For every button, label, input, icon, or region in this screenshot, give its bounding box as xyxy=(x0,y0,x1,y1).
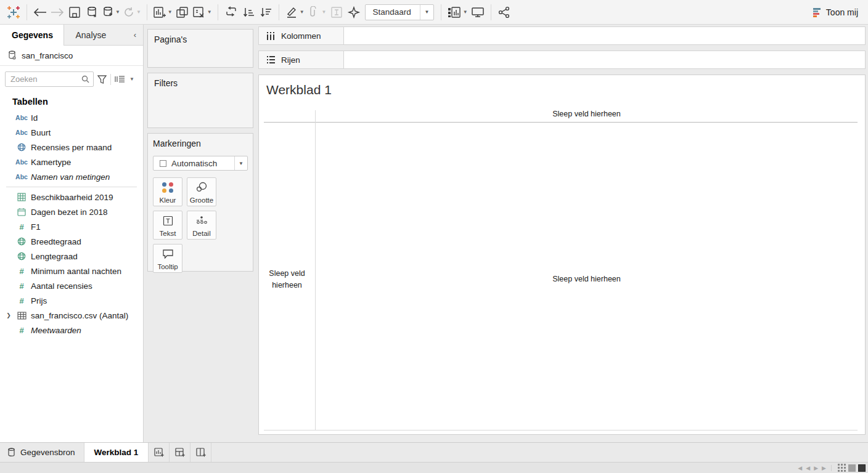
pages-card[interactable]: Pagina's xyxy=(147,29,253,68)
new-story-button[interactable] xyxy=(190,443,211,462)
field-row[interactable]: #Minimum aantal nachten xyxy=(0,264,143,278)
refresh-icon[interactable]: ▼ xyxy=(121,3,142,22)
add-datasource-icon[interactable] xyxy=(83,3,100,22)
tables-section-title: Tabellen xyxy=(0,91,143,109)
field-label: Namen van metingen xyxy=(31,172,110,182)
chevron-down-icon[interactable]: ▼ xyxy=(115,9,120,15)
first-sheet-icon[interactable]: ◀ xyxy=(798,465,802,471)
chevron-down-icon[interactable]: ▼ xyxy=(300,9,305,15)
sort-descending-icon[interactable] xyxy=(257,3,274,22)
sort-ascending-icon[interactable] xyxy=(240,3,257,22)
previous-sheet-icon[interactable]: ◀ xyxy=(806,465,810,471)
share-icon[interactable] xyxy=(496,3,513,22)
drop-zone-columns[interactable]: Sleep veld hierheen xyxy=(316,110,858,118)
tabs-view-icon[interactable] xyxy=(858,464,866,472)
field-label: Minimum aantal nachten xyxy=(31,267,121,276)
duplicate-sheet-icon[interactable] xyxy=(174,3,191,22)
field-list: AbcIdAbcBuurtRecensies per maandAbcKamer… xyxy=(0,109,143,442)
redo-icon[interactable] xyxy=(49,3,66,22)
tooltip-mark-button[interactable]: Tooltip xyxy=(153,244,182,273)
columns-shelf-droparea[interactable] xyxy=(344,26,866,45)
view-options-icon[interactable] xyxy=(115,75,125,83)
group-members-icon[interactable]: ▼ xyxy=(306,3,328,22)
fit-select[interactable]: Standaard ▼ xyxy=(365,4,434,20)
field-row[interactable]: Recensies per maand xyxy=(0,140,143,155)
next-sheet-icon[interactable]: ▶ xyxy=(814,465,818,471)
tab-gegevens[interactable]: Gegevens xyxy=(0,25,63,46)
filmstrip-view-icon[interactable] xyxy=(848,464,856,472)
field-row[interactable]: ❯san_francisco.csv (Aantal) xyxy=(0,308,143,323)
toolbar-separator xyxy=(491,4,491,20)
field-row[interactable]: Beschikbaarheid 2019 xyxy=(0,190,143,204)
show-me-button[interactable]: Toon mij xyxy=(807,5,863,20)
kleur-mark-button[interactable]: Kleur xyxy=(153,177,182,206)
filter-fields-icon[interactable] xyxy=(97,75,107,84)
fix-axes-icon[interactable] xyxy=(345,3,362,22)
mark-type-select[interactable]: Automatisch ▼ xyxy=(153,156,248,171)
chevron-down-icon[interactable]: ▼ xyxy=(322,9,327,15)
chevron-down-icon[interactable]: ▼ xyxy=(168,9,173,15)
chevron-down-icon[interactable]: ▼ xyxy=(129,76,134,82)
columns-shelf[interactable]: Kolommen xyxy=(258,26,866,45)
tableau-logo[interactable] xyxy=(5,3,22,22)
save-icon[interactable] xyxy=(66,3,83,22)
new-dashboard-button[interactable] xyxy=(170,443,190,462)
chevron-down-icon[interactable]: ▼ xyxy=(136,9,141,15)
new-worksheet-icon[interactable]: ▼ xyxy=(152,3,174,22)
presentation-mode-icon[interactable] xyxy=(469,3,486,22)
rows-shelf[interactable]: Rijen xyxy=(258,51,866,69)
search-box[interactable] xyxy=(5,71,94,87)
field-row[interactable]: Lengtegraad xyxy=(0,249,143,264)
field-row[interactable]: Dagen bezet in 2018 xyxy=(0,204,143,219)
field-row[interactable]: Breedtegraad xyxy=(0,234,143,249)
chevron-down-icon[interactable]: ▼ xyxy=(420,5,433,20)
pages-card-title: Pagina's xyxy=(154,34,247,44)
new-worksheet-button[interactable] xyxy=(149,443,170,462)
chevron-down-icon[interactable]: ▼ xyxy=(463,9,468,15)
datasource-tab[interactable]: Gegevensbron xyxy=(0,443,84,462)
sheet-tab-strip: Gegevensbron Werkblad 1 xyxy=(0,442,868,462)
totals-icon[interactable]: ▼ xyxy=(446,3,469,22)
sheet-tab-werkblad-1[interactable]: Werkblad 1 xyxy=(84,443,149,462)
new-datasource-icon[interactable]: ▼ xyxy=(100,3,121,22)
show-mark-labels-icon[interactable] xyxy=(328,3,345,22)
mark-type-value: Automatisch xyxy=(171,159,234,168)
drop-zone-data[interactable]: Sleep veld hierheen xyxy=(316,275,858,283)
field-row[interactable]: AbcId xyxy=(0,110,143,125)
grootte-mark-button[interactable]: Grootte xyxy=(187,177,216,206)
show-me-icon xyxy=(812,7,822,17)
sheet-sorter-icon[interactable] xyxy=(838,464,846,472)
field-row[interactable]: AbcKamertype xyxy=(0,155,143,169)
filters-card[interactable]: Filters xyxy=(147,73,253,128)
tekst-mark-button[interactable]: Tekst xyxy=(153,211,182,240)
drop-zone-rows[interactable]: Sleep veld hierheen xyxy=(259,268,315,292)
expander-icon[interactable]: ❯ xyxy=(5,312,12,318)
worksheet-canvas[interactable]: Werkblad 1 Sleep veld hierheen Sleep vel… xyxy=(258,75,866,435)
datasource-tab-icon xyxy=(7,448,15,457)
datasource-item[interactable]: san_francisco xyxy=(0,46,143,66)
last-sheet-icon[interactable]: ▶ xyxy=(822,465,826,471)
search-input[interactable] xyxy=(6,75,81,84)
field-row[interactable]: #Meetwaarden xyxy=(0,323,143,338)
clear-sheet-icon[interactable]: ▼ xyxy=(191,3,213,22)
field-row[interactable]: #Aantal recensies xyxy=(0,278,143,293)
toolbar-separator xyxy=(27,4,27,20)
new-story-icon xyxy=(195,447,207,458)
filters-card-title: Filters xyxy=(154,78,247,88)
field-row[interactable]: #Prijs xyxy=(0,293,143,308)
tab-analyse[interactable]: Analyse xyxy=(63,25,128,46)
chevron-down-icon[interactable]: ▼ xyxy=(234,156,247,170)
detail-mark-button[interactable]: Detail xyxy=(187,211,216,240)
datasource-tab-label: Gegevensbron xyxy=(20,448,75,457)
field-row[interactable]: AbcBuurt xyxy=(0,125,143,140)
highlight-icon[interactable]: ▼ xyxy=(284,3,306,22)
field-row[interactable]: #F1 xyxy=(0,219,143,234)
search-row: ▼ xyxy=(0,66,143,91)
collapse-pane-button[interactable]: ‹ xyxy=(127,25,143,46)
rows-shelf-droparea[interactable] xyxy=(344,51,866,69)
field-row[interactable]: AbcNamen van metingen xyxy=(0,169,143,184)
mark-button-label: Tooltip xyxy=(157,263,178,270)
chevron-down-icon[interactable]: ▼ xyxy=(207,9,212,15)
swap-rows-columns-icon[interactable] xyxy=(223,3,240,22)
undo-icon[interactable] xyxy=(31,3,49,22)
